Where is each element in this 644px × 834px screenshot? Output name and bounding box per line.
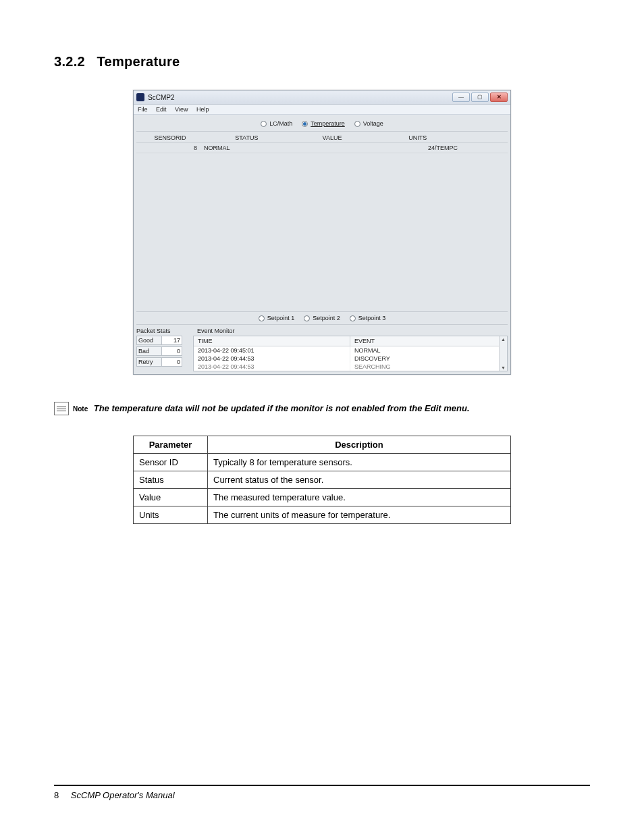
menubar: File Edit View Help — [134, 105, 510, 115]
col-units: UNITS — [375, 134, 460, 141]
em-col-event: EVENT — [350, 336, 507, 346]
td-desc: The current units of measure for tempera… — [208, 506, 511, 524]
radio-icon — [259, 315, 265, 321]
note-block: Note The temperature data will not be up… — [54, 402, 590, 415]
section-title: Temperature — [97, 54, 180, 69]
menu-help[interactable]: Help — [196, 106, 209, 113]
ps-label-bad: Bad — [136, 346, 162, 356]
note-text: The temperature data will not be updated… — [94, 403, 470, 413]
radio-setpoint-2[interactable]: Setpoint 2 — [304, 315, 340, 321]
radio-label-sp2: Setpoint 2 — [313, 315, 340, 321]
section-number: 3.2.2 — [54, 54, 85, 69]
radio-label-voltage: Voltage — [363, 120, 383, 127]
menu-edit[interactable]: Edit — [156, 106, 167, 113]
ps-value-bad: 0 — [162, 346, 182, 356]
td-param: Units — [134, 506, 208, 524]
ps-value-good: 17 — [162, 336, 182, 345]
setpoint-radio-group: Setpoint 1 Setpoint 2 Setpoint 3 — [136, 312, 508, 325]
event-monitor-panel: Event Monitor TIME EVENT 2013-04-22 09:4… — [193, 326, 508, 371]
window-title: ScCMP2 — [148, 94, 451, 101]
event-monitor-row: 2013-04-22 09:44:53 SEARCHING — [194, 363, 507, 371]
event-monitor-title: Event Monitor — [193, 326, 508, 336]
radio-icon — [354, 121, 360, 127]
page-number: 8 — [54, 790, 59, 800]
em-time: 2013-04-22 09:44:53 — [194, 355, 350, 363]
event-monitor-row: 2013-04-22 09:45:01 NORMAL — [194, 346, 507, 355]
note-icon — [54, 402, 69, 415]
screenshot-figure: ScCMP2 — ▢ ✕ File Edit View Help LC/Math… — [54, 90, 590, 375]
note-content: Note The temperature data will not be up… — [73, 402, 470, 414]
event-monitor-header: TIME EVENT — [194, 336, 507, 346]
cell-value — [290, 145, 375, 151]
client-area: LC/Math Temperature Voltage SENSORID STA… — [134, 115, 510, 374]
mode-radio-group: LC/Math Temperature Voltage — [136, 118, 508, 132]
menu-file[interactable]: File — [138, 106, 148, 113]
application-window: ScCMP2 — ▢ ✕ File Edit View Help LC/Math… — [133, 90, 511, 375]
radio-lcmath[interactable]: LC/Math — [261, 120, 292, 127]
col-status: STATUS — [204, 134, 290, 141]
radio-setpoint-3[interactable]: Setpoint 3 — [350, 315, 386, 321]
em-col-time: TIME — [194, 336, 350, 346]
th-description: Description — [208, 436, 511, 454]
section-heading: 3.2.2 Temperature — [54, 54, 590, 70]
data-grid-row: 8 NORMAL 24/TEMPC — [136, 143, 508, 153]
data-grid-header: SENSORID STATUS VALUE UNITS — [136, 132, 508, 143]
bottom-area: Packet Stats Good 17 Bad 0 Retry 0 — [136, 325, 508, 371]
packet-stats-title: Packet Stats — [136, 326, 193, 336]
event-monitor-table: TIME EVENT 2013-04-22 09:45:01 NORMAL 20… — [193, 336, 508, 371]
scroll-up-icon: ▲ — [501, 337, 506, 342]
page-footer: 8 ScCMP Operator's Manual — [54, 785, 590, 800]
titlebar: ScCMP2 — ▢ ✕ — [134, 90, 510, 105]
app-icon — [136, 93, 144, 101]
th-parameter: Parameter — [134, 436, 208, 454]
cell-units: 24/TEMPC — [375, 145, 460, 151]
em-event: DISCOVERY — [350, 355, 507, 363]
event-monitor-row: 2013-04-22 09:44:53 DISCOVERY — [194, 355, 507, 363]
ps-label-retry: Retry — [136, 357, 162, 367]
parameter-table: Parameter Description Sensor ID Typicall… — [133, 436, 511, 524]
radio-icon — [350, 315, 356, 321]
grid-empty-area — [136, 153, 508, 312]
radio-setpoint-1[interactable]: Setpoint 1 — [259, 315, 295, 321]
ps-value-retry: 0 — [162, 357, 182, 367]
packet-stats-row: Retry 0 — [136, 357, 193, 367]
close-button[interactable]: ✕ — [490, 93, 508, 102]
scrollbar[interactable]: ▲ ▼ — [499, 336, 507, 371]
packet-stats-row: Good 17 — [136, 336, 193, 345]
td-param: Value — [134, 489, 208, 506]
parameter-table-wrap: Parameter Description Sensor ID Typicall… — [54, 436, 590, 524]
em-event: NORMAL — [350, 346, 507, 355]
td-param: Sensor ID — [134, 454, 208, 471]
radio-icon — [261, 121, 267, 127]
packet-stats-panel: Packet Stats Good 17 Bad 0 Retry 0 — [136, 326, 193, 371]
radio-label-sp3: Setpoint 3 — [358, 315, 386, 321]
col-value: VALUE — [290, 134, 375, 141]
maximize-button[interactable]: ▢ — [471, 93, 489, 102]
scroll-down-icon: ▼ — [501, 365, 506, 370]
footer-title: ScCMP Operator's Manual — [71, 790, 175, 800]
cell-sensorid: 8 — [136, 145, 204, 151]
radio-voltage[interactable]: Voltage — [354, 120, 383, 127]
table-header-row: Parameter Description — [134, 436, 511, 454]
td-desc: Typically 8 for temperature sensors. — [208, 454, 511, 471]
maximize-icon: ▢ — [477, 95, 483, 100]
note-label: Note — [73, 405, 88, 413]
radio-icon — [302, 121, 308, 127]
table-row: Status Current status of the sensor. — [134, 471, 511, 489]
td-param: Status — [134, 471, 208, 489]
minimize-button[interactable]: — — [452, 93, 470, 102]
window-buttons: — ▢ ✕ — [451, 93, 508, 102]
em-time: 2013-04-22 09:44:53 — [194, 363, 350, 371]
ps-label-good: Good — [136, 336, 162, 345]
table-row: Value The measured temperature value. — [134, 489, 511, 506]
radio-label-sp1: Setpoint 1 — [267, 315, 295, 321]
col-sensorid: SENSORID — [136, 134, 204, 141]
packet-stats-row: Bad 0 — [136, 346, 193, 356]
cell-status: NORMAL — [204, 145, 290, 151]
radio-temperature[interactable]: Temperature — [302, 120, 345, 127]
menu-view[interactable]: View — [175, 106, 188, 113]
close-icon: ✕ — [497, 95, 502, 100]
td-desc: The measured temperature value. — [208, 489, 511, 506]
em-time: 2013-04-22 09:45:01 — [194, 346, 350, 355]
table-row: Units The current units of measure for t… — [134, 506, 511, 524]
